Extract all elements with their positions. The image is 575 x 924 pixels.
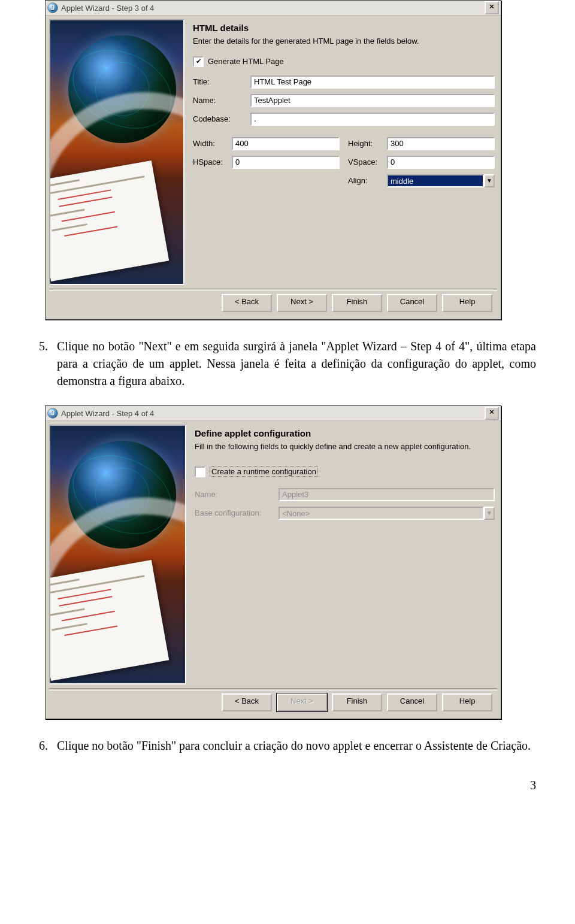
section-heading: HTML details bbox=[193, 23, 495, 33]
cancel-button[interactable]: Cancel bbox=[387, 294, 437, 312]
label-hspace: HSpace: bbox=[193, 157, 232, 166]
wizard-illustration bbox=[49, 19, 184, 285]
dialog-step3: J Applet Wizard - Step 3 of 4 × HTML det… bbox=[45, 0, 501, 320]
chevron-down-icon[interactable]: ▼ bbox=[484, 174, 495, 187]
baseconfig-select-disabled: <None> bbox=[279, 507, 484, 520]
title-input[interactable] bbox=[250, 75, 495, 89]
generate-html-checkbox[interactable] bbox=[193, 56, 204, 67]
next-button: Next > bbox=[277, 693, 327, 711]
form-step3: HTML details Enter the details for the g… bbox=[188, 19, 497, 285]
label-width: Width: bbox=[193, 139, 232, 148]
label-vspace: VSpace: bbox=[348, 157, 387, 166]
label-name: Name: bbox=[195, 490, 279, 499]
vspace-input[interactable] bbox=[387, 156, 495, 169]
window-title: Applet Wizard - Step 4 of 4 bbox=[61, 409, 485, 418]
dialog-step4: J Applet Wizard - Step 4 of 4 × Define a… bbox=[45, 405, 501, 719]
label-name: Name: bbox=[193, 96, 250, 105]
section-desc: Fill in the following fields to quickly … bbox=[195, 442, 495, 452]
next-button[interactable]: Next > bbox=[277, 294, 327, 312]
chevron-down-icon: ▼ bbox=[484, 507, 495, 520]
label-title: Title: bbox=[193, 77, 250, 86]
back-button[interactable]: < Back bbox=[222, 294, 272, 312]
label-height: Height: bbox=[348, 139, 387, 148]
codebase-input[interactable] bbox=[250, 113, 495, 126]
form-step4: Define applet configuration Fill in the … bbox=[190, 425, 497, 684]
finish-button[interactable]: Finish bbox=[332, 294, 382, 312]
name-input[interactable] bbox=[250, 94, 495, 107]
button-row-step4: < Back Next > Finish Cancel Help bbox=[46, 690, 501, 719]
generate-html-label: Generate HTML Page bbox=[208, 57, 284, 66]
app-icon: J bbox=[47, 2, 58, 13]
cancel-button[interactable]: Cancel bbox=[387, 693, 437, 711]
align-select[interactable]: middle bbox=[387, 174, 484, 187]
section-desc: Enter the details for the generated HTML… bbox=[193, 37, 495, 47]
close-icon[interactable]: × bbox=[485, 1, 499, 14]
help-button[interactable]: Help bbox=[442, 294, 492, 312]
paragraph-5: 5. Clique no botão "Next" e em seguida s… bbox=[39, 338, 536, 390]
close-icon[interactable]: × bbox=[485, 407, 499, 420]
window-title: Applet Wizard - Step 3 of 4 bbox=[61, 4, 485, 13]
finish-button[interactable]: Finish bbox=[332, 693, 382, 711]
paragraph-num: 6. bbox=[39, 737, 57, 755]
height-input[interactable] bbox=[387, 137, 495, 150]
hspace-input[interactable] bbox=[232, 156, 340, 169]
section-heading: Define applet configuration bbox=[195, 428, 495, 438]
width-input[interactable] bbox=[232, 137, 340, 150]
back-button[interactable]: < Back bbox=[222, 693, 272, 711]
titlebar-step4: J Applet Wizard - Step 4 of 4 × bbox=[46, 406, 501, 421]
label-align: Align: bbox=[348, 176, 387, 185]
app-icon: J bbox=[47, 408, 58, 419]
help-button[interactable]: Help bbox=[442, 693, 492, 711]
label-codebase: Codebase: bbox=[193, 114, 250, 123]
button-row-step3: < Back Next > Finish Cancel Help bbox=[46, 291, 501, 319]
create-runtime-checkbox[interactable] bbox=[195, 466, 205, 477]
name-input-disabled: Applet3 bbox=[279, 488, 495, 501]
paragraph-6: 6. Clique no botão "Finish" para conclui… bbox=[39, 737, 536, 755]
label-baseconfig: Base configuration: bbox=[195, 508, 279, 517]
wizard-illustration bbox=[49, 425, 186, 684]
paragraph-num: 5. bbox=[39, 338, 57, 390]
paragraph-text: Clique no botão "Finish" para concluir a… bbox=[57, 737, 536, 755]
page-number: 3 bbox=[39, 778, 536, 792]
paragraph-text: Clique no botão "Next" e em seguida surg… bbox=[57, 338, 536, 390]
titlebar-step3: J Applet Wizard - Step 3 of 4 × bbox=[46, 1, 501, 16]
create-runtime-label: Create a runtime configuration bbox=[210, 466, 318, 477]
